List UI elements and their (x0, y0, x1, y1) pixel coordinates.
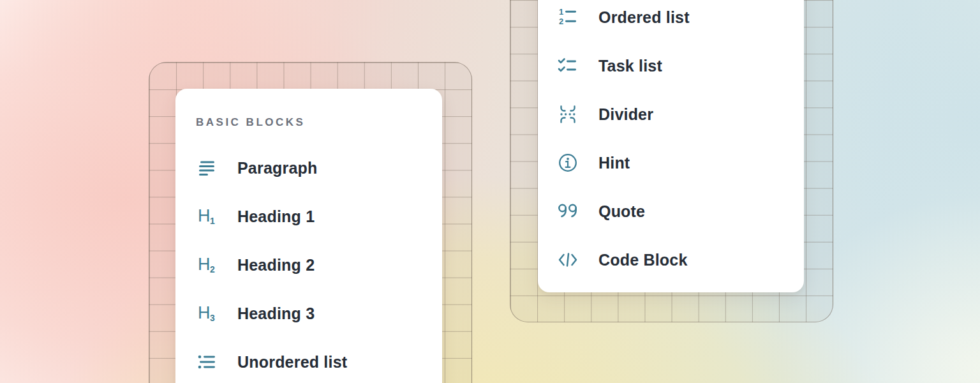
heading-2-icon: H2 (196, 254, 218, 276)
menu-item-label: Ordered list (598, 8, 690, 27)
menu-item-divider[interactable]: Divider (557, 100, 785, 128)
menu-list-right: 12Ordered listTask listDividerHintQuoteC… (557, 3, 785, 274)
svg-text:H: H (198, 303, 211, 322)
heading-3-icon: H3 (196, 303, 218, 324)
svg-text:H: H (198, 206, 211, 225)
menu-item-heading-2[interactable]: H2Heading 2 (196, 251, 422, 279)
menu-item-label: Unordered list (237, 353, 347, 372)
svg-text:1: 1 (210, 216, 215, 226)
svg-text:3: 3 (210, 313, 215, 323)
menu-item-label: Heading 2 (237, 256, 315, 274)
quote-icon (557, 200, 579, 222)
divider-icon (557, 103, 579, 125)
menu-item-label: Quote (598, 202, 645, 221)
section-label-basic-blocks: BASIC BLOCKS (196, 116, 422, 130)
menu-item-heading-3[interactable]: H3Heading 3 (196, 299, 422, 327)
task-list-icon (557, 55, 579, 77)
blocks-menu-continued: 12Ordered listTask listDividerHintQuoteC… (538, 0, 804, 292)
menu-item-label: Hint (598, 154, 630, 172)
hint-icon (557, 152, 579, 174)
heading-1-icon: H1 (196, 206, 218, 227)
code-block-icon (557, 249, 579, 271)
menu-item-label: Divider (598, 105, 653, 124)
menu-item-label: Code Block (598, 251, 688, 269)
basic-blocks-menu: BASIC BLOCKS ParagraphH1Heading 1H2Headi… (175, 89, 442, 383)
menu-item-code-block[interactable]: Code Block (557, 246, 785, 274)
menu-item-ordered-list[interactable]: 12Ordered list (557, 3, 785, 31)
ordered-list-icon: 12 (557, 6, 579, 28)
menu-item-label: Heading 1 (237, 207, 315, 226)
paragraph-icon (196, 157, 218, 179)
menu-item-quote[interactable]: Quote (557, 197, 785, 225)
menu-item-hint[interactable]: Hint (557, 149, 785, 177)
menu-item-label: Task list (598, 57, 662, 75)
menu-item-paragraph[interactable]: Paragraph (196, 154, 422, 182)
svg-text:1: 1 (559, 7, 563, 17)
menu-item-task-list[interactable]: Task list (557, 52, 785, 80)
svg-text:2: 2 (559, 17, 563, 26)
unordered-list-icon (196, 351, 218, 373)
svg-text:H: H (198, 255, 211, 274)
menu-list-left: ParagraphH1Heading 1H2Heading 2H3Heading… (196, 154, 422, 376)
menu-item-heading-1[interactable]: H1Heading 1 (196, 202, 422, 230)
menu-item-label: Paragraph (237, 159, 317, 177)
menu-item-label: Heading 3 (237, 304, 315, 323)
menu-item-unordered-list[interactable]: Unordered list (196, 348, 422, 376)
scene: BASIC BLOCKS ParagraphH1Heading 1H2Headi… (0, 0, 980, 383)
svg-text:2: 2 (210, 264, 215, 274)
